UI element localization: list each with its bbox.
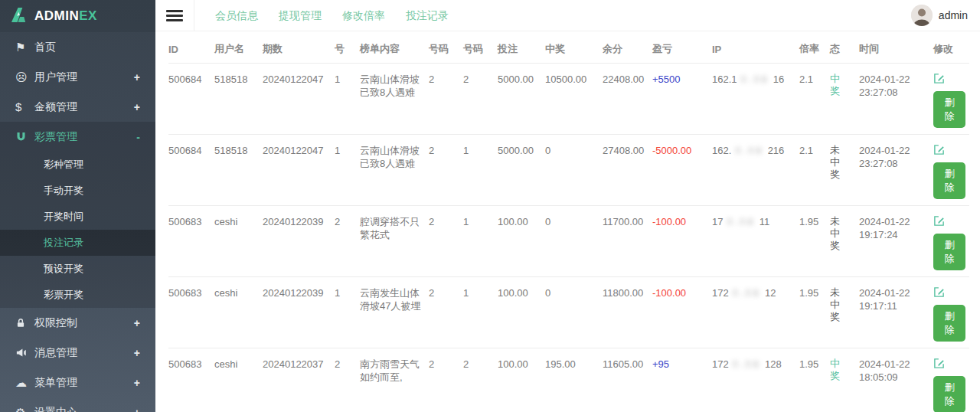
edit-icon[interactable]: [933, 144, 945, 159]
sidebar-item-label: 彩票管理: [34, 130, 136, 144]
flag-icon: ⚑: [15, 41, 34, 54]
sidebar-nav: ⚑首页☹用户管理+$金额管理+彩票管理-彩种管理手动开奖开奖时间投注记录预设开奖…: [0, 32, 155, 412]
cell-id-value: 500683: [168, 216, 201, 227]
column-header-label: 修改: [933, 43, 953, 54]
sidebar-subitem[interactable]: 彩种管理: [0, 152, 155, 178]
sidebar-item-messages[interactable]: 消息管理+: [0, 338, 155, 368]
sidebar-item-home[interactable]: ⚑首页: [0, 32, 155, 62]
delete-button[interactable]: 删除: [933, 91, 965, 128]
cell-rate: 1.95: [799, 348, 830, 412]
cell-num2-value: 1: [463, 287, 469, 299]
sidebar-subitem-label: 预设开奖: [44, 263, 83, 274]
topnav-link-2[interactable]: 修改倍率: [342, 9, 385, 21]
delete-button[interactable]: 删除: [933, 162, 965, 199]
sidebar-item-label: 设置中心: [34, 406, 134, 412]
topnav-link-0[interactable]: 会员信息: [215, 9, 258, 21]
column-header: ID: [168, 34, 214, 64]
column-header-label: 号: [335, 43, 345, 54]
cell-balance-value: 11605.00: [603, 358, 643, 370]
rate-value: 1.95: [799, 358, 818, 370]
cell-period: 20240122037: [263, 348, 335, 412]
cell-bet-value: 100.00: [498, 287, 528, 299]
sidebar-group: ⚑首页: [0, 32, 155, 62]
cell-user: ceshi: [214, 348, 263, 412]
cell-win: 195.00: [545, 348, 603, 412]
sidebar-group: ☹用户管理+: [0, 62, 155, 92]
column-header-label: 用户名: [214, 43, 244, 54]
sidebar-item-menus[interactable]: ☁菜单管理+: [0, 368, 155, 397]
cell-period-value: 20240122047: [263, 145, 324, 156]
user-icon: ☹: [15, 70, 34, 84]
ip-visible-end: 11: [760, 216, 770, 227]
rate-value: 1.95: [799, 287, 818, 299]
column-header-label: 时间: [859, 43, 879, 54]
edit-icon[interactable]: [933, 73, 945, 87]
table-row: 500683ceshi202401220391云南发生山体滑坡47人被埋2110…: [168, 277, 969, 348]
cell-id: 500683: [168, 277, 214, 348]
delete-button[interactable]: 删除: [933, 376, 965, 412]
sidebar-item-lottery[interactable]: 彩票管理-: [0, 122, 155, 152]
expand-indicator: -: [136, 131, 140, 143]
sidebar-item-users[interactable]: ☹用户管理+: [0, 62, 155, 92]
column-header: 时间: [859, 34, 933, 64]
cell-time: 2024-01-22 19:17:24: [859, 206, 933, 277]
ip-redacted: 0.08: [723, 216, 759, 227]
sidebar-subitem-label: 彩种管理: [44, 159, 83, 170]
sidebar-subitem[interactable]: 彩票开奖: [0, 282, 155, 308]
sidebar-item-permissions[interactable]: 权限控制+: [0, 308, 155, 338]
cell-actions: 删除: [933, 277, 969, 348]
sidebar-subitem[interactable]: 开奖时间: [0, 204, 155, 230]
ip-visible-start: 162.1: [712, 74, 737, 85]
column-header-label: 余分: [603, 43, 622, 54]
hamburger-menu-icon[interactable]: [166, 8, 183, 24]
profit-value: +5500: [652, 74, 681, 85]
cell-user-value: ceshi: [214, 287, 237, 299]
cell-win-value: 0: [545, 216, 550, 227]
brand-name: ADMINEX: [34, 8, 97, 24]
edit-icon[interactable]: [933, 286, 945, 301]
edit-icon[interactable]: [933, 358, 945, 372]
brand-logo[interactable]: ADMINEX: [0, 0, 155, 32]
cell-num1: 2: [429, 348, 463, 412]
user-menu[interactable]: admin: [911, 5, 968, 26]
cell-user: ceshi: [214, 206, 263, 277]
sidebar-item-settings[interactable]: ⚙设置中心+: [0, 397, 155, 412]
megaphone-icon: [15, 347, 34, 358]
cell-ip: 170.0811: [712, 206, 799, 277]
cell-win-value: 195.00: [545, 358, 576, 370]
cell-id-value: 500683: [168, 358, 201, 370]
sidebar-item-label: 消息管理: [34, 346, 134, 360]
status-badge: 未中奖: [830, 215, 841, 252]
magnet-icon: [15, 131, 34, 142]
sidebar-group: 权限控制+: [0, 308, 155, 338]
topbar-shortcuts: 会员信息提现管理修改倍率投注记录: [194, 8, 449, 23]
content-area: ID用户名期数号榜单内容号码号码投注中奖余分盈亏IP倍率态时间修改 500684…: [155, 31, 980, 412]
cell-win: 0: [545, 277, 603, 348]
cell-content-value: 云南山体滑坡已致8人遇难: [360, 145, 420, 169]
cell-profit: -5000.00: [652, 135, 712, 206]
cell-rate: 1.95: [799, 277, 830, 348]
delete-button[interactable]: 删除: [933, 234, 965, 270]
ip-visible-start: 172: [712, 358, 729, 370]
dollar-icon: $: [15, 100, 34, 113]
cell-actions: 删除: [933, 206, 969, 277]
cell-actions: 删除: [933, 64, 969, 135]
ip-redacted: 0.08: [729, 358, 765, 370]
sidebar-subitem[interactable]: 手动开奖: [0, 178, 155, 204]
topnav-link-1[interactable]: 提现管理: [279, 9, 322, 21]
topnav-link-3[interactable]: 投注记录: [406, 9, 449, 21]
sidebar-item-money[interactable]: $金额管理+: [0, 92, 155, 122]
edit-icon[interactable]: [933, 215, 945, 230]
delete-button[interactable]: 删除: [933, 305, 965, 342]
sidebar-subitem[interactable]: 投注记录: [0, 230, 155, 256]
cell-win: 10500.00: [545, 64, 603, 135]
expand-indicator: +: [134, 347, 140, 359]
sidebar-subitem[interactable]: 预设开奖: [0, 256, 155, 282]
sidebar-group: ☁菜单管理+: [0, 368, 155, 397]
time-value: 2024-01-22 23:27:08: [859, 74, 910, 98]
cell-user: 518518: [214, 64, 263, 135]
column-header-label: 榜单内容: [360, 43, 400, 54]
cell-balance-value: 27408.00: [603, 145, 644, 156]
cell-id: 500683: [168, 348, 214, 412]
cell-num2-value: 1: [463, 145, 469, 156]
